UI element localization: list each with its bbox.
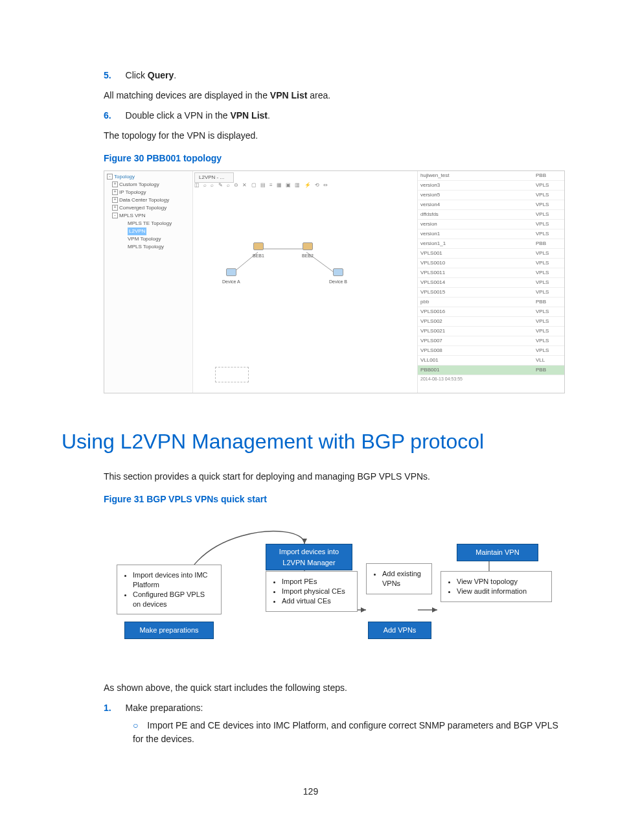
step-5-text-a: Click <box>126 70 148 80</box>
step-5-bold: Query <box>148 70 174 80</box>
vpn-list-row[interactable]: VPLS0010VPLS <box>418 259 564 268</box>
tree-item[interactable]: VPM Topology <box>107 235 190 243</box>
tree-item[interactable]: MPLS Topology <box>107 243 190 251</box>
add-vpns-box: Add existing VPNs <box>366 563 432 594</box>
maintain-vpn-button: Maintain VPN <box>457 544 538 561</box>
tree-item[interactable]: +Converged Topology <box>107 204 190 212</box>
vpn-list-row[interactable]: VPLS0015VPLS <box>418 288 564 298</box>
vpn-list-row[interactable]: VPLS0021VPLS <box>418 327 564 336</box>
vpn-list-timestamp: 2014-08-13 04:53:55 <box>418 375 564 384</box>
make-preparations-button: Make preparations <box>124 622 214 639</box>
topology-tree[interactable]: -Topology +Custom Topology+IP Topology+D… <box>104 171 193 393</box>
maintain-vpn-box: View VPN topology View audit information <box>441 571 552 602</box>
tree-item[interactable]: +IP Topology <box>107 189 190 196</box>
add-vpns-button: Add VPNs <box>368 622 431 639</box>
node-device-a[interactable]: Device A <box>222 268 240 285</box>
topology-canvas[interactable]: L2VPN - ... ◫ ⌕ ⌕ ✎ ⌕ ⊖ ✕ ▢ ▤ ≡ ▦ ▣ ▥ ⚡ … <box>193 171 417 393</box>
vpn-list-row[interactable]: VPLS007VPLS <box>418 336 564 346</box>
quickstart-lead: As shown above, the quick start includes… <box>104 681 560 695</box>
vpn-list-row[interactable]: version1VPLS <box>418 229 564 239</box>
tree-item[interactable]: MPLS TE Topology <box>107 220 190 228</box>
vpn-list-row[interactable]: VPLS0016VPLS <box>418 307 564 317</box>
tree-item[interactable]: +Custom Topology <box>107 181 190 189</box>
bullet-icon: ○ <box>133 720 138 730</box>
section-title: Using L2VPN Management with BGP protocol <box>62 426 560 457</box>
figure-30-screenshot: -Topology +Custom Topology+IP Topology+D… <box>104 170 565 393</box>
node-beb1[interactable]: BEB1 <box>253 242 264 259</box>
vpn-list-row[interactable]: pbbPBB <box>418 298 564 307</box>
vpn-list-row[interactable]: VPLS008VPLS <box>418 346 564 356</box>
tree-item[interactable]: -MPLS VPN <box>107 212 190 220</box>
vpn-list-row[interactable]: VPLS001VPLS <box>418 249 564 259</box>
vpn-list[interactable]: hujiwen_testPBBversion3VPLSversion5VPLSv… <box>417 171 564 393</box>
step-5-text-b: . <box>174 70 176 80</box>
step-6: 6. Double click a VPN in the VPN List. <box>104 109 560 122</box>
vpn-list-row[interactable]: VPLS0011VPLS <box>418 268 564 278</box>
step-5: 5. Click Query. <box>104 69 560 82</box>
qs-step-1a: ○ Import PE and CE devices into IMC Plat… <box>133 719 560 746</box>
step-5-result: All matching devices are displayed in th… <box>104 89 560 102</box>
figure-30-caption: Figure 30 PBB001 topology <box>104 152 560 165</box>
vpn-list-row[interactable]: versionVPLS <box>418 220 564 229</box>
tree-item[interactable]: +Data Center Topology <box>107 196 190 204</box>
vpn-list-row[interactable]: hujiwen_testPBB <box>418 171 564 181</box>
vpn-list-row[interactable]: version3VPLS <box>418 181 564 191</box>
section-intro: This section provides a quick start for … <box>104 470 560 484</box>
page-number: 129 <box>62 785 560 799</box>
tree-root[interactable]: -Topology <box>107 173 190 181</box>
qs-step-1: 1. Make preparations: <box>104 701 560 715</box>
vpn-list-row[interactable]: VPLS002VPLS <box>418 317 564 327</box>
step-6-number: 6. <box>104 110 111 121</box>
vpn-list-row[interactable]: VPLS0014VPLS <box>418 278 564 288</box>
preparations-box: Import devices into IMC Platform Configu… <box>117 565 222 614</box>
import-devices-box: Import PEs Import physical CEs Add virtu… <box>266 571 358 612</box>
import-devices-button: Import devices into L2VPN Manager <box>266 544 352 570</box>
minimap[interactable] <box>196 359 267 390</box>
vpn-list-row[interactable]: version4VPLS <box>418 200 564 210</box>
vpn-list-row[interactable]: dffdsfdsVPLS <box>418 210 564 220</box>
step-6-result: The topology for the VPN is displayed. <box>104 129 560 143</box>
vpn-list-row[interactable]: version5VPLS <box>418 191 564 200</box>
figure-31-caption: Figure 31 BGP VPLS VPNs quick start <box>104 493 560 506</box>
vpn-list-row[interactable]: version1_1PBB <box>418 239 564 249</box>
node-beb2[interactable]: BEB2 <box>302 242 314 259</box>
node-device-b[interactable]: Device B <box>329 268 347 285</box>
tree-item[interactable]: L2VPN <box>107 228 190 235</box>
vpn-list-row[interactable]: VLL001VLL <box>418 356 564 366</box>
step-5-number: 5. <box>104 70 111 80</box>
vpn-list-row[interactable]: PBB001PBB <box>418 366 564 375</box>
figure-31-diagram: Import devices into IMC Platform Configu… <box>104 513 564 662</box>
